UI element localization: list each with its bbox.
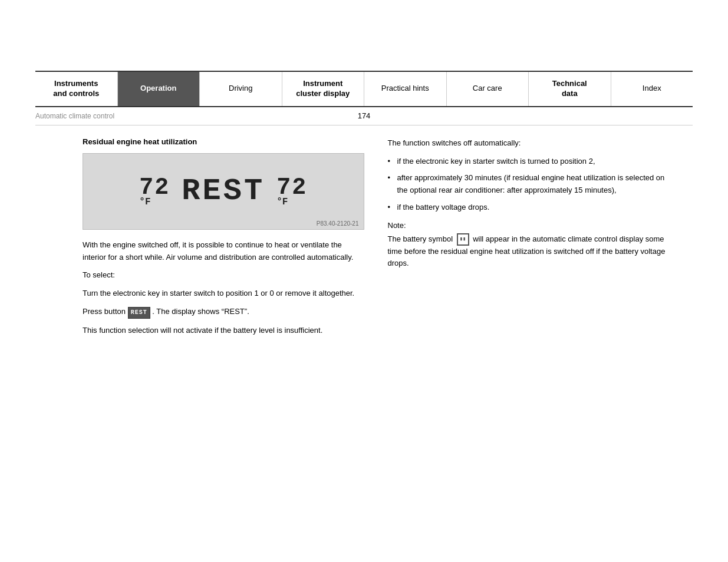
temp-left: 72 °F bbox=[139, 176, 170, 207]
body-para-press-button: Press button REST . The display shows “R… bbox=[83, 306, 364, 319]
note-label: Note: bbox=[388, 221, 670, 230]
temp-right: 72 °F bbox=[276, 176, 307, 207]
page-number: 174 bbox=[358, 111, 371, 120]
switches-off-intro: The function switches off automatically: bbox=[388, 137, 670, 150]
bullet-item-3: if the battery voltage drops. bbox=[388, 201, 670, 214]
left-column: Residual engine heat utilization 72 °F R… bbox=[35, 137, 364, 343]
unit-right: °F bbox=[276, 197, 288, 207]
body-para-1: With the engine switched off, it is poss… bbox=[83, 239, 364, 264]
body-para-to-select: To select: bbox=[83, 269, 364, 282]
image-caption: P83.40-2120-21 bbox=[317, 220, 359, 227]
body-para-turn-key: Turn the electronic key in starter switc… bbox=[83, 287, 364, 300]
nav-item-instrument-cluster[interactable]: Instrument cluster display bbox=[282, 72, 365, 106]
bullet-list: if the electronic key in starter switch … bbox=[388, 156, 670, 214]
nav-item-index[interactable]: Index bbox=[611, 72, 693, 106]
battery-symbol-icon: ▮▮ bbox=[457, 233, 469, 245]
unit-left: °F bbox=[139, 197, 150, 207]
bullet-item-2: after approximately 30 minutes (if resid… bbox=[388, 172, 670, 197]
climate-display-image: 72 °F REST 72 °F P83.40-2120-21 bbox=[83, 153, 364, 230]
main-content: Residual engine heat utilization 72 °F R… bbox=[35, 125, 693, 355]
bullet-item-1: if the electronic key in starter switch … bbox=[388, 156, 670, 168]
rest-button-icon: REST bbox=[128, 307, 150, 319]
nav-item-car-care[interactable]: Car care bbox=[447, 72, 529, 106]
body-para-battery-note: This function selection will not activat… bbox=[83, 325, 364, 337]
page-info-row: Automatic climate control 174 bbox=[35, 107, 693, 125]
rest-display-text: REST bbox=[182, 174, 265, 209]
nav-item-technical-data[interactable]: Technical data bbox=[529, 72, 611, 106]
nav-item-practical-hints[interactable]: Practical hints bbox=[364, 72, 447, 106]
nav-item-driving[interactable]: Driving bbox=[200, 72, 282, 106]
right-column: The function switches off automatically:… bbox=[388, 137, 693, 343]
nav-item-instruments[interactable]: Instruments and controls bbox=[35, 72, 118, 106]
nav-item-operation[interactable]: Operation bbox=[118, 72, 200, 106]
navigation-bar: Instruments and controls Operation Drivi… bbox=[35, 71, 693, 107]
note-body: The battery symbol ▮▮ will appear in the… bbox=[388, 233, 670, 270]
section-heading: Residual engine heat utilization bbox=[83, 137, 364, 146]
